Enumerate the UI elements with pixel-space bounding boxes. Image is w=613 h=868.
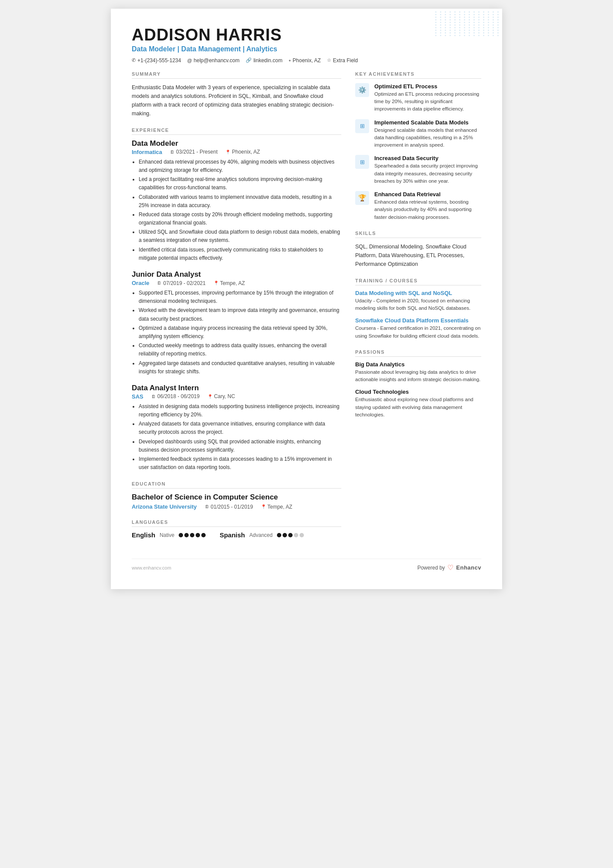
job-title-2: Data Analyst Intern [132, 384, 341, 392]
dot [184, 533, 189, 537]
lang-dots-english [179, 533, 206, 537]
email-icon: @ [187, 58, 192, 63]
training-desc-1: Coursera - Earned certification in 2021,… [355, 325, 481, 340]
achievement-0: ⚙️ Optimized ETL Process Optimized an ET… [355, 83, 481, 113]
dot [288, 533, 293, 537]
edu-dates: 🗓 01/2015 - 01/2019 [205, 504, 253, 510]
languages-title: LANGUAGES [132, 519, 341, 527]
training-1: Snowflake Cloud Data Platform Essentials… [355, 317, 481, 340]
cal-icon-2: 🗓 [151, 394, 156, 399]
location-value: Phoenix, AZ [293, 57, 321, 64]
ach-icon-0: ⚙️ [355, 83, 369, 97]
contact-row: ✆ +1-(234)-555-1234 @ help@enhancv.com 🔗… [132, 57, 481, 64]
job-bullets-0: Enhanced data retrieval processes by 40%… [132, 158, 341, 262]
experience-section: EXPERIENCE Data Modeler Informatica 🗓 03… [132, 127, 341, 472]
ach-desc-2: Spearheaded a data security project impr… [374, 162, 481, 185]
main-layout: SUMMARY Enthusiastic Data Modeler with 3… [132, 71, 481, 549]
heart-icon: ♡ [447, 563, 453, 572]
bullet: Developed dashboards using SQL that prov… [139, 438, 341, 454]
languages-section: LANGUAGES English Native [132, 519, 341, 539]
ach-icon-2: ⊞ [355, 155, 369, 169]
ach-desc-0: Optimized an ETL process reducing proces… [374, 90, 481, 113]
linkedin-contact: 🔗 linkedin.com [246, 57, 283, 64]
footer-brand: Powered by ♡ Enhancv [417, 563, 481, 572]
phone-contact: ✆ +1-(234)-555-1234 [132, 57, 181, 64]
lang-dots-spanish [277, 533, 304, 537]
job-location-0: 📍 Phoenix, AZ [225, 149, 260, 155]
bullet: Implemented feedback systems in data pro… [139, 455, 341, 472]
lang-level-english: Native [160, 532, 174, 538]
ach-icon-3: 🏆 [355, 191, 369, 205]
job-bullets-2: Assisted in designing data models suppor… [132, 402, 341, 472]
lang-name-spanish: Spanish [220, 531, 245, 539]
job-meta-0: Informatica 🗓 03/2021 - Present 📍 Phoeni… [132, 149, 341, 155]
bullet: Collaborated with various teams to imple… [139, 193, 341, 210]
ach-desc-1: Designed scalable data models that enhan… [374, 127, 481, 149]
ach-icon-1: ⊞ [355, 119, 369, 133]
skills-section: SKILLS SQL, Dimensional Modeling, Snowfl… [355, 231, 481, 268]
job-1: Junior Data Analyst Oracle 🗓 07/2019 - 0… [132, 270, 341, 376]
ach-content-2: Increased Data Security Spearheaded a da… [374, 155, 481, 185]
location-icon: ● [289, 58, 291, 63]
ach-content-3: Enhanced Data Retrieval Enhanced data re… [374, 191, 481, 221]
education-title: EDUCATION [132, 481, 341, 489]
extra-value: Extra Field [333, 57, 358, 64]
pin-icon-0: 📍 [225, 150, 230, 154]
job-location-1: 📍 Tempe, AZ [213, 280, 245, 286]
dot [179, 533, 183, 537]
job-dates-0: 🗓 03/2021 - Present [170, 149, 217, 155]
header: ADDISON HARRIS Data Modeler | Data Manag… [132, 26, 481, 64]
education-section: EDUCATION Bachelor of Science in Compute… [132, 481, 341, 510]
edu-degree: Bachelor of Science in Computer Science [132, 493, 341, 502]
edu-meta: Arizona State University 🗓 01/2015 - 01/… [132, 503, 341, 510]
job-dates-1: 🗓 07/2019 - 02/2021 [157, 280, 205, 286]
extra-contact: ☆ Extra Field [327, 57, 358, 64]
ach-title-1: Implemented Scalable Data Models [374, 119, 481, 126]
passion-title-0: Big Data Analytics [355, 361, 481, 368]
languages-row: English Native Spanish Advance [132, 531, 341, 539]
dot [283, 533, 287, 537]
link-icon: 🔗 [246, 57, 252, 63]
bullet: Enhanced data retrieval processes by 40%… [139, 158, 341, 174]
job-location-2: 📍 Cary, NC [207, 393, 235, 399]
achievement-2: ⊞ Increased Data Security Spearheaded a … [355, 155, 481, 185]
skills-title: SKILLS [355, 231, 481, 238]
cal-icon-0: 🗓 [170, 150, 174, 154]
passion-title-1: Cloud Technologies [355, 389, 481, 395]
job-meta-1: Oracle 🗓 07/2019 - 02/2021 📍 Tempe, AZ [132, 280, 341, 286]
pin-icon-edu: 📍 [261, 504, 266, 509]
left-column: SUMMARY Enthusiastic Data Modeler with 3… [132, 71, 341, 549]
ach-title-3: Enhanced Data Retrieval [374, 191, 481, 198]
job-0: Data Modeler Informatica 🗓 03/2021 - Pre… [132, 139, 341, 262]
passions-title: PASSIONS [355, 349, 481, 357]
pin-icon-1: 📍 [213, 281, 219, 285]
phone-value: +1-(234)-555-1234 [137, 57, 181, 64]
training-desc-0: Udacity - Completed in 2020, focused on … [355, 297, 481, 312]
training-section: TRAINING / COURSES Data Modeling with SQ… [355, 278, 481, 340]
bullet: Conducted weekly meetings to address dat… [139, 342, 341, 358]
star-icon: ☆ [327, 57, 331, 63]
achievements-section: KEY ACHIEVEMENTS ⚙️ Optimized ETL Proces… [355, 71, 481, 221]
training-title-0: Data Modeling with SQL and NoSQL [355, 290, 481, 296]
summary-title: SUMMARY [132, 71, 341, 79]
achievement-3: 🏆 Enhanced Data Retrieval Enhanced data … [355, 191, 481, 221]
job-title-1: Junior Data Analyst [132, 270, 341, 279]
linkedin-value: linkedin.com [253, 57, 283, 64]
lang-name-english: English [132, 531, 155, 539]
passion-desc-1: Enthusiastic about exploring new cloud p… [355, 396, 481, 419]
footer: www.enhancv.com Powered by ♡ Enhancv [132, 559, 481, 572]
job-title-0: Data Modeler [132, 139, 341, 148]
edu-school: Arizona State University [132, 503, 197, 510]
bullet: Assisted in designing data models suppor… [139, 402, 341, 419]
training-0: Data Modeling with SQL and NoSQL Udacity… [355, 290, 481, 312]
job-company-2: SAS [132, 393, 143, 400]
bullet: Aggregated large datasets and conducted … [139, 359, 341, 376]
powered-by-text: Powered by [417, 565, 445, 571]
job-bullets-1: Supported ETL processes, improving perfo… [132, 289, 341, 376]
edu-location: 📍 Tempe, AZ [261, 504, 292, 510]
ach-content-1: Implemented Scalable Data Models Designe… [374, 119, 481, 149]
passions-section: PASSIONS Big Data Analytics Passionate a… [355, 349, 481, 419]
footer-website: www.enhancv.com [132, 565, 171, 570]
passion-0: Big Data Analytics Passionate about leve… [355, 361, 481, 384]
pin-icon-2: 📍 [207, 394, 213, 399]
